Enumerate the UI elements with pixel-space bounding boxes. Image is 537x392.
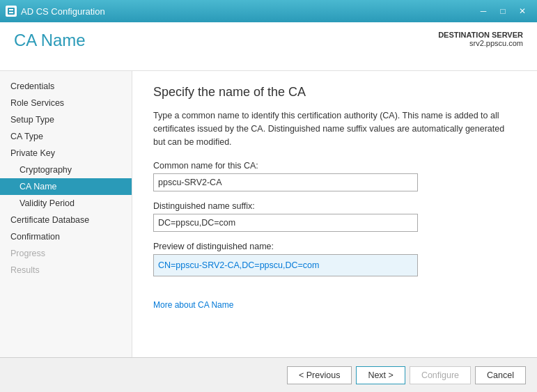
common-name-input[interactable] (153, 173, 418, 191)
preview-group: Preview of distinguished name: (153, 242, 516, 276)
sidebar-item-setup-type[interactable]: Setup Type (0, 111, 132, 128)
app-icon (6, 6, 17, 17)
sidebar-item-cryptography[interactable]: Cryptography (0, 162, 132, 178)
svg-rect-0 (8, 8, 15, 15)
sidebar-item-results: Results (0, 262, 132, 279)
next-button[interactable]: Next > (356, 366, 405, 384)
header-bar: CA Name DESTINATION SERVER srv2.ppscu.co… (0, 22, 537, 71)
sidebar-item-role-services[interactable]: Role Services (0, 95, 132, 111)
distinguished-suffix-group: Distinguished name suffix: (153, 201, 516, 232)
sidebar: Credentials Role Services Setup Type CA … (0, 71, 132, 357)
content-area: Credentials Role Services Setup Type CA … (0, 71, 537, 357)
distinguished-suffix-input[interactable] (153, 214, 418, 232)
main-content: Specify the name of the CA Type a common… (132, 71, 537, 357)
common-name-group: Common name for this CA: (153, 161, 516, 191)
sidebar-item-ca-type[interactable]: CA Type (0, 128, 132, 145)
common-name-label: Common name for this CA: (153, 161, 516, 171)
svg-rect-1 (9, 9, 13, 10)
destination-server: DESTINATION SERVER srv2.ppscu.com (438, 31, 523, 47)
sidebar-item-validity-period[interactable]: Validity Period (0, 195, 132, 212)
title-bar-left: AD CS Configuration (6, 6, 105, 17)
sidebar-item-progress: Progress (0, 245, 132, 262)
description: Type a common name to identify this cert… (153, 109, 515, 148)
footer-bar: < Previous Next > Configure Cancel (0, 357, 537, 392)
distinguished-suffix-label: Distinguished name suffix: (153, 201, 516, 211)
sidebar-item-ca-name[interactable]: CA Name (0, 178, 132, 195)
previous-button[interactable]: < Previous (287, 366, 352, 384)
minimize-button[interactable]: ─ (474, 4, 492, 18)
sidebar-item-credentials[interactable]: Credentials (0, 78, 132, 95)
title-bar-title: AD CS Configuration (21, 6, 105, 17)
sidebar-item-certificate-database[interactable]: Certificate Database (0, 212, 132, 228)
destination-value: srv2.ppscu.com (438, 39, 523, 47)
main-container: CA Name DESTINATION SERVER srv2.ppscu.co… (0, 22, 537, 392)
sidebar-item-private-key[interactable]: Private Key (0, 145, 132, 162)
cancel-button[interactable]: Cancel (475, 366, 526, 384)
page-title: CA Name (14, 31, 86, 50)
restore-button[interactable]: □ (494, 4, 512, 18)
preview-label: Preview of distinguished name: (153, 242, 516, 251)
destination-label: DESTINATION SERVER (438, 31, 523, 39)
more-about-ca-name-link[interactable]: More about CA Name (153, 300, 233, 310)
close-button[interactable]: ✕ (513, 4, 531, 18)
sidebar-item-confirmation[interactable]: Confirmation (0, 228, 132, 245)
preview-input (153, 254, 418, 276)
section-title: Specify the name of the CA (153, 85, 516, 100)
configure-button[interactable]: Configure (410, 366, 471, 384)
title-bar: AD CS Configuration ─ □ ✕ (0, 0, 537, 22)
window-controls: ─ □ ✕ (474, 4, 531, 18)
svg-rect-2 (9, 12, 13, 13)
